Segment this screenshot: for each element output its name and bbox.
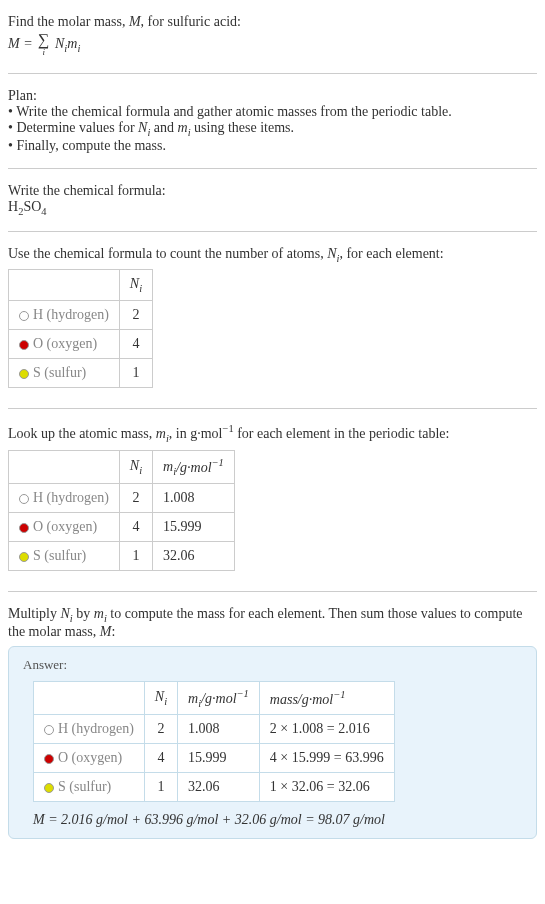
count-value: 2 — [119, 301, 152, 330]
element-swatch-icon — [19, 369, 29, 379]
plan-step-1: • Write the chemical formula and gather … — [8, 104, 537, 120]
element-cell: S (sulfur) — [9, 359, 120, 388]
table-header-row: Ni mi/g·mol−1 mass/g·mol−1 — [34, 681, 395, 714]
table-header-row: Ni mi/g·mol−1 — [9, 450, 235, 483]
mass-value: 32.06 — [153, 542, 235, 571]
table-header-row: Ni — [9, 270, 153, 301]
element-cell: O (oxygen) — [9, 513, 120, 542]
intro-equation: M = ∑i Nimi — [8, 30, 537, 59]
count-value: 4 — [119, 513, 152, 542]
plan-step-2: • Determine values for Ni and mi using t… — [8, 120, 537, 138]
mass-value: 15.999 — [178, 744, 260, 773]
element-cell: S (sulfur) — [9, 542, 120, 571]
element-swatch-icon — [19, 552, 29, 562]
compute-heading: Multiply Ni by mi to compute the mass fo… — [8, 606, 537, 640]
element-cell: H (hydrogen) — [9, 484, 120, 513]
answer-final: M = 2.016 g/mol + 63.996 g/mol + 32.06 g… — [33, 812, 522, 828]
empty-header — [34, 681, 145, 714]
divider — [8, 231, 537, 232]
answer-table: Ni mi/g·mol−1 mass/g·mol−1 H (hydrogen) … — [33, 681, 395, 802]
table-row: H (hydrogen) 2 1.008 2 × 1.008 = 2.016 — [34, 715, 395, 744]
answer-box: Answer: Ni mi/g·mol−1 mass/g·mol−1 H (hy… — [8, 646, 537, 839]
element-cell: S (sulfur) — [34, 773, 145, 802]
count-value: 4 — [144, 744, 177, 773]
element-swatch-icon — [44, 725, 54, 735]
element-cell: O (oxygen) — [9, 330, 120, 359]
plan-step-3: • Finally, compute the mass. — [8, 138, 537, 154]
table-row: S (sulfur) 1 32.06 — [9, 542, 235, 571]
mass-value: 15.999 — [153, 513, 235, 542]
count-value: 2 — [144, 715, 177, 744]
element-swatch-icon — [19, 340, 29, 350]
count-value: 1 — [119, 359, 152, 388]
calc-value: 2 × 1.008 = 2.016 — [259, 715, 394, 744]
element-cell: H (hydrogen) — [34, 715, 145, 744]
answer-label: Answer: — [23, 657, 522, 673]
count-heading: Use the chemical formula to count the nu… — [8, 246, 537, 264]
intro-prompt: Find the molar mass, M, for sulfuric aci… — [8, 14, 537, 30]
table-row: O (oxygen) 4 15.999 4 × 15.999 = 63.996 — [34, 744, 395, 773]
intro-section: Find the molar mass, M, for sulfuric aci… — [8, 8, 537, 65]
header-ni: Ni — [144, 681, 177, 714]
plan-heading: Plan: — [8, 88, 537, 104]
mass-value: 1.008 — [178, 715, 260, 744]
sigma-icon: ∑ — [38, 32, 49, 48]
header-ni: Ni — [119, 270, 152, 301]
header-mi: mi/g·mol−1 — [153, 450, 235, 483]
mass-table: Ni mi/g·mol−1 H (hydrogen) 2 1.008 O (ox… — [8, 450, 235, 571]
header-mi: mi/g·mol−1 — [178, 681, 260, 714]
count-value: 4 — [119, 330, 152, 359]
element-swatch-icon — [19, 311, 29, 321]
element-swatch-icon — [44, 754, 54, 764]
chemical-formula: H2SO4 — [8, 199, 537, 217]
calc-value: 1 × 32.06 = 32.06 — [259, 773, 394, 802]
count-value: 1 — [119, 542, 152, 571]
table-row: S (sulfur) 1 32.06 1 × 32.06 = 32.06 — [34, 773, 395, 802]
formula-heading: Write the chemical formula: — [8, 183, 537, 199]
count-section: Use the chemical formula to count the nu… — [8, 240, 537, 401]
count-value: 2 — [119, 484, 152, 513]
element-swatch-icon — [19, 523, 29, 533]
mass-value: 32.06 — [178, 773, 260, 802]
divider — [8, 408, 537, 409]
count-value: 1 — [144, 773, 177, 802]
plan-section: Plan: • Write the chemical formula and g… — [8, 82, 537, 160]
element-cell: O (oxygen) — [34, 744, 145, 773]
calc-value: 4 × 15.999 = 63.996 — [259, 744, 394, 773]
divider — [8, 73, 537, 74]
table-row: O (oxygen) 4 15.999 — [9, 513, 235, 542]
formula-section: Write the chemical formula: H2SO4 — [8, 177, 537, 223]
empty-header — [9, 450, 120, 483]
element-cell: H (hydrogen) — [9, 301, 120, 330]
header-ni: Ni — [119, 450, 152, 483]
mass-section: Look up the atomic mass, mi, in g·mol−1 … — [8, 417, 537, 583]
empty-header — [9, 270, 120, 301]
mass-heading: Look up the atomic mass, mi, in g·mol−1 … — [8, 423, 537, 443]
header-mass: mass/g·mol−1 — [259, 681, 394, 714]
divider — [8, 591, 537, 592]
table-row: S (sulfur) 1 — [9, 359, 153, 388]
count-table: Ni H (hydrogen) 2 O (oxygen) 4 S (sulfur… — [8, 269, 153, 388]
table-row: H (hydrogen) 2 — [9, 301, 153, 330]
element-swatch-icon — [44, 783, 54, 793]
element-swatch-icon — [19, 494, 29, 504]
table-row: H (hydrogen) 2 1.008 — [9, 484, 235, 513]
compute-section: Multiply Ni by mi to compute the mass fo… — [8, 600, 537, 851]
mass-value: 1.008 — [153, 484, 235, 513]
divider — [8, 168, 537, 169]
table-row: O (oxygen) 4 — [9, 330, 153, 359]
